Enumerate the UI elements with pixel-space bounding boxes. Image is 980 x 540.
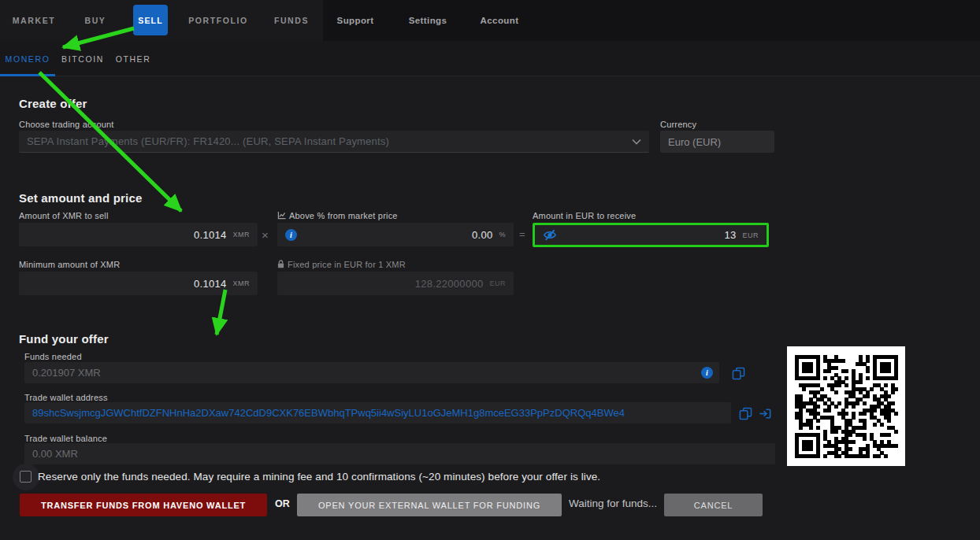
chevron-down-icon [632, 135, 641, 147]
waiting-for-funds-status: Waiting for funds... [569, 497, 657, 509]
amount-receive-value: 13 [557, 229, 736, 241]
hidden-value-icon[interactable] [543, 229, 557, 241]
or-separator: OR [275, 498, 290, 509]
amount-to-sell-field[interactable]: 0.1014 XMR [19, 223, 258, 246]
minimum-amount-value: 0.1014 [19, 278, 227, 290]
top-nav: MARKET BUY SELL PORTFOLIO FUNDS Support … [0, 0, 980, 41]
create-offer-screen: MARKET BUY SELL PORTFOLIO FUNDS Support … [0, 0, 980, 540]
amount-receive-unit: EUR [742, 231, 759, 239]
transfer-from-haveno-button[interactable]: TRANSFER FUNDS FROM HAVENO WALLET [20, 494, 267, 516]
tab-other[interactable]: OTHER [116, 41, 151, 76]
nav-item-portfolio[interactable]: PORTFOLIO [188, 0, 248, 41]
qr-code [795, 355, 898, 458]
minimum-amount-label: Minimum amount of XMR [19, 260, 120, 269]
copy-icon[interactable] [739, 407, 752, 423]
market-delta-field[interactable]: i 0.00 % [277, 223, 514, 246]
set-amount-title: Set amount and price [19, 191, 143, 205]
wallet-address-field[interactable]: 89shcSwsjmcgJGWChtfDZFNHnHa2DXaw742CdD9C… [24, 402, 731, 423]
market-delta-unit: % [499, 231, 506, 239]
wallet-address-label: Trade wallet address [24, 393, 108, 402]
nav-item-support[interactable]: Support [337, 0, 374, 41]
fixed-price-field: 128.22000000 EUR [277, 272, 514, 295]
arrow-to-fund-offer [217, 290, 225, 335]
market-delta-label: Above % from market price [277, 211, 398, 221]
currency-field[interactable]: Euro (EUR) [660, 131, 774, 153]
qr-code-panel [787, 346, 905, 466]
active-tab-underline [0, 74, 55, 76]
funds-needed-label: Funds needed [24, 352, 82, 361]
fixed-price-label: Fixed price in EUR for 1 XMR [277, 260, 406, 270]
nav-item-settings[interactable]: Settings [409, 0, 447, 41]
nav-item-funds[interactable]: FUNDS [274, 0, 309, 41]
amount-receive-label: Amount in EUR to receive [533, 211, 636, 220]
wallet-address-value: 89shcSwsjmcgJGWChtfDZFNHnHa2DXaw742CdD9C… [32, 407, 625, 419]
trading-account-select[interactable]: SEPA Instant Payments (EUR/FR): FR1420..… [19, 131, 649, 153]
wallet-balance-label: Trade wallet balance [24, 434, 107, 443]
market-delta-value: 0.00 [297, 229, 492, 241]
nav-item-sell[interactable]: SELL [133, 5, 168, 35]
fixed-price-value: 128.22000000 [277, 278, 483, 290]
equals-sign: = [519, 228, 525, 240]
wallet-balance-value: 0.00 XMR [32, 448, 78, 460]
fixed-price-unit: EUR [489, 279, 506, 287]
nav-item-account[interactable]: Account [481, 0, 519, 41]
minimum-amount-unit: XMR [233, 279, 251, 287]
amount-to-sell-label: Amount of XMR to sell [19, 211, 109, 220]
reserve-note: Reserve only the funds needed. May requi… [38, 471, 600, 483]
info-icon[interactable]: i [285, 229, 297, 241]
copy-icon[interactable] [732, 367, 745, 383]
cancel-button[interactable]: CANCEL [664, 494, 763, 516]
amount-receive-field[interactable]: 13 EUR [533, 223, 769, 247]
tab-monero[interactable]: MONERO [6, 41, 50, 76]
trading-account-label: Choose trading account [19, 120, 114, 129]
minimum-amount-field[interactable]: 0.1014 XMR [19, 272, 258, 295]
create-offer-title: Create offer [19, 97, 87, 110]
amount-to-sell-unit: XMR [233, 231, 251, 239]
nav-item-market[interactable]: MARKET [13, 0, 56, 41]
nav-item-buy[interactable]: BUY [85, 0, 106, 41]
currency-label: Currency [660, 120, 696, 129]
reserve-only-checkbox[interactable] [20, 471, 32, 483]
wallet-balance-field: 0.00 XMR [24, 443, 775, 464]
info-icon[interactable]: i [701, 367, 713, 379]
lock-icon [277, 260, 284, 270]
market-tab-bar: MONERO BITCOIN OTHER [0, 41, 980, 76]
currency-value: Euro (EUR) [668, 136, 721, 148]
open-external-wallet-button[interactable]: OPEN YOUR EXTERNAL WALLET FOR FUNDING [297, 494, 562, 516]
funds-needed-field: 0.201907 XMR i [24, 362, 719, 383]
send-to-wallet-icon[interactable] [759, 407, 772, 423]
chart-icon [277, 211, 286, 221]
funds-needed-value: 0.201907 XMR [32, 367, 101, 379]
amount-to-sell-value: 0.1014 [19, 229, 227, 241]
multiply-sign: × [262, 228, 269, 242]
trading-account-value: SEPA Instant Payments (EUR/FR): FR1420..… [27, 135, 389, 147]
fund-offer-title: Fund your offer [19, 332, 109, 346]
tab-bitcoin[interactable]: BITCOIN [61, 41, 104, 76]
